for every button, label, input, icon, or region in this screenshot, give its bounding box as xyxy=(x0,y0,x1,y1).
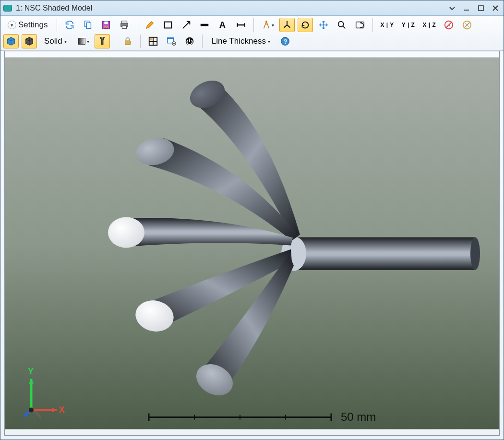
svg-rect-16 xyxy=(125,41,130,45)
save-button[interactable] xyxy=(98,18,114,32)
svg-text:?: ? xyxy=(284,38,288,45)
axis-y-label: Y xyxy=(28,367,34,376)
settings-label: Settings xyxy=(18,20,48,30)
svg-rect-8 xyxy=(165,22,172,28)
window-title: 1: NSC Shaded Model xyxy=(16,4,92,12)
view-yz-label: Y | Z xyxy=(402,22,415,28)
render-style-dropdown[interactable]: Solid ▾ xyxy=(40,34,71,48)
window: 1: NSC Shaded Model ▾ Settings A xyxy=(0,0,504,440)
cube-solid-icon[interactable] xyxy=(22,34,37,48)
titlebar: 1: NSC Shaded Model xyxy=(0,0,504,16)
caret-down-icon: ▾ xyxy=(268,39,270,44)
help-icon[interactable]: ? xyxy=(277,34,293,48)
svg-text:A: A xyxy=(219,20,226,30)
line-thickness-dropdown[interactable]: Line Thickness ▾ xyxy=(207,34,275,48)
svg-point-27 xyxy=(470,238,480,270)
compass-icon[interactable]: ▾ xyxy=(259,18,276,32)
fit-view-icon[interactable] xyxy=(352,18,368,32)
svg-rect-7 xyxy=(122,26,127,29)
power-icon[interactable] xyxy=(182,34,197,48)
lock-icon[interactable] xyxy=(120,34,135,48)
svg-rect-5 xyxy=(122,21,127,24)
app-icon xyxy=(3,5,12,12)
svg-point-10 xyxy=(266,21,268,23)
svg-rect-18 xyxy=(150,38,152,41)
move-icon[interactable] xyxy=(316,18,331,32)
maximize-icon[interactable] xyxy=(476,3,486,13)
toolbar-row-1: ▾ Settings A ▾ X | Y Y | Z X xyxy=(3,18,501,32)
print-button[interactable] xyxy=(117,18,132,32)
caret-down-icon: ▾ xyxy=(64,39,67,44)
close-icon[interactable] xyxy=(490,3,501,13)
svg-point-34 xyxy=(29,408,34,413)
svg-rect-4 xyxy=(105,22,108,24)
axis-x-label: X xyxy=(59,405,65,415)
view-xz-button[interactable]: X | Z xyxy=(420,18,438,32)
svg-rect-26 xyxy=(293,238,475,270)
pencil-icon[interactable] xyxy=(142,18,157,32)
rotate-cw-icon[interactable] xyxy=(298,18,313,32)
view-xy-label: X | Y xyxy=(380,22,394,28)
flashlight-icon[interactable] xyxy=(95,34,110,48)
disable-tool-2-icon[interactable] xyxy=(459,18,475,32)
grid-4-icon[interactable] xyxy=(145,34,161,48)
zoom-icon[interactable] xyxy=(334,18,349,32)
gradient-swatch-icon[interactable]: ▾ xyxy=(74,34,92,48)
cube-shaded-icon[interactable] xyxy=(3,34,19,48)
text-a-icon[interactable]: A xyxy=(215,18,230,32)
dropdown-icon[interactable] xyxy=(447,3,457,13)
chevron-down-icon: ▾ xyxy=(8,21,16,29)
viewport-3d[interactable]: Y X 50 mm xyxy=(4,51,500,436)
measure-icon[interactable] xyxy=(233,18,249,32)
view-xy-button[interactable]: X | Y xyxy=(378,18,396,32)
minimize-icon[interactable] xyxy=(461,3,472,13)
window-config-icon[interactable] xyxy=(164,34,179,48)
svg-rect-20 xyxy=(168,38,174,39)
arrow-icon[interactable] xyxy=(179,18,194,32)
viewport-container: Y X 50 mm xyxy=(0,51,504,440)
disable-tool-1-icon[interactable] xyxy=(441,18,456,32)
render-style-label: Solid xyxy=(44,36,62,46)
settings-button[interactable]: ▾ Settings xyxy=(3,18,52,32)
view-yz-button[interactable]: Y | Z xyxy=(399,18,418,32)
svg-rect-15 xyxy=(78,38,85,45)
toolbar-area: ▾ Settings A ▾ X | Y Y | Z X xyxy=(0,16,504,51)
svg-rect-0 xyxy=(479,6,483,11)
scale-label: 50 mm xyxy=(341,410,376,423)
svg-rect-2 xyxy=(87,23,91,28)
refresh-button[interactable] xyxy=(62,18,77,32)
copy-button[interactable] xyxy=(80,18,96,32)
rectangle-icon[interactable] xyxy=(160,18,176,32)
line-thick-icon[interactable] xyxy=(197,18,212,32)
toolbar-row-2: Solid ▾ ▾ Line Thickness ▾ ? xyxy=(3,34,501,48)
svg-point-11 xyxy=(338,22,344,27)
axis-tripod-icon[interactable] xyxy=(279,18,295,32)
line-thickness-label: Line Thickness xyxy=(212,36,266,46)
svg-point-31 xyxy=(108,217,144,248)
view-xz-label: X | Z xyxy=(422,22,436,28)
